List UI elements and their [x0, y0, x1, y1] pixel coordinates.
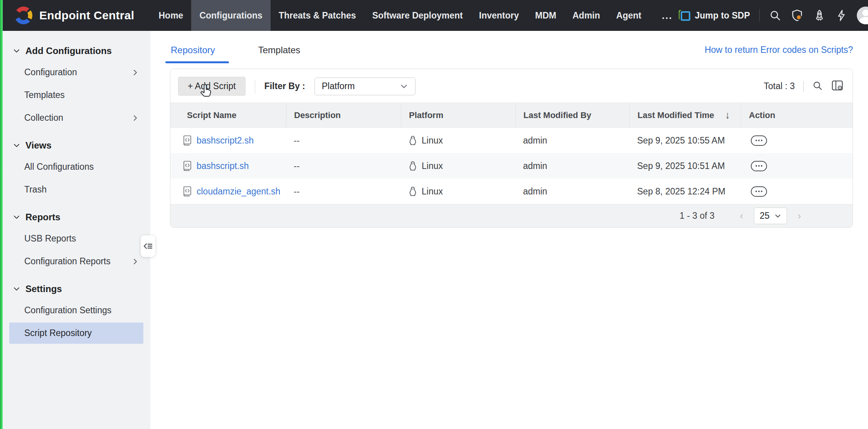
column-header-action: Action [741, 103, 853, 127]
platform-cell: Linux [401, 161, 515, 171]
avatar[interactable] [857, 7, 868, 24]
table-row: cloudamzie_agent.sh -- Linux admin Sep 8… [170, 179, 853, 204]
tabs-row: Repository Templates How to return Error… [150, 31, 868, 63]
tab-templates[interactable]: Templates [257, 43, 301, 63]
action-cell [741, 135, 853, 146]
chevron-down-icon [13, 47, 20, 55]
nav-item-agent[interactable]: Agent [608, 0, 649, 31]
description-cell: -- [286, 161, 401, 171]
pagination-next-icon[interactable]: › [796, 210, 802, 221]
sidebar-section-add-configurations: Add Configurations Configuration Templat… [3, 41, 150, 128]
sidebar-item-script-repository[interactable]: Script Repository [9, 323, 143, 344]
platform-cell: Linux [401, 135, 515, 146]
error-codes-help-link[interactable]: How to return Error codes on Scripts? [705, 43, 853, 55]
sidebar-section-title: Views [25, 140, 52, 151]
column-header-last-modified-time[interactable]: Last Modified Time ↓ [629, 103, 741, 127]
script-repository-panel: + Add Script Filter By : Platform Total … [170, 69, 853, 228]
top-navbar: Endpoint Central Home Configurations Thr… [0, 0, 868, 31]
sidebar-section-header[interactable]: Reports [3, 207, 150, 226]
platform-filter-value: Platform [322, 81, 355, 91]
sidebar-item-trash[interactable]: Trash [9, 179, 143, 200]
add-script-button[interactable]: + Add Script [178, 77, 246, 96]
last-modified-by-cell: admin [515, 135, 629, 146]
script-file-icon [183, 135, 192, 146]
nav-item-configurations[interactable]: Configurations [191, 0, 271, 31]
chevron-down-icon [13, 285, 20, 293]
nav-item-software-deployment[interactable]: Software Deployment [364, 0, 471, 31]
script-name-link[interactable]: bashscript2.sh [197, 135, 254, 146]
last-modified-by-cell: admin [515, 186, 629, 197]
magnifier-icon[interactable] [812, 80, 823, 93]
chevron-down-icon [13, 213, 20, 221]
script-file-icon [183, 186, 192, 197]
column-header-platform[interactable]: Platform [401, 103, 515, 127]
toolbar-right: Total : 3 [764, 80, 843, 93]
sidebar-item-label: Script Repository [24, 328, 92, 338]
nav-item-mdm[interactable]: MDM [527, 0, 564, 31]
column-header-description[interactable]: Description [286, 103, 401, 127]
tab-repository[interactable]: Repository [170, 43, 216, 63]
sidebar-item-all-configurations[interactable]: All Configurations [9, 156, 143, 177]
nav-item-home[interactable]: Home [150, 0, 191, 31]
nav-item-admin[interactable]: Admin [564, 0, 608, 31]
sidebar-section-header[interactable]: Views [3, 135, 150, 155]
row-actions-icon[interactable] [751, 135, 767, 146]
nav-item-inventory[interactable]: Inventory [471, 0, 527, 31]
brand[interactable]: Endpoint Central [0, 0, 150, 31]
chevron-down-icon [774, 213, 781, 220]
rocket-icon[interactable] [813, 9, 826, 22]
collapse-sidebar-icon[interactable] [141, 235, 155, 257]
sidebar-item-templates[interactable]: Templates [9, 84, 143, 106]
sidebar-item-configuration-reports[interactable]: Configuration Reports [9, 251, 143, 272]
nav-item-threats-patches[interactable]: Threats & Patches [271, 0, 364, 31]
chevron-down-icon [400, 82, 408, 91]
sidebar-item-label: All Configurations [24, 162, 94, 172]
search-icon[interactable] [769, 9, 781, 22]
column-header-label: Last Modified Time [638, 110, 714, 120]
sidebar-item-configuration-settings[interactable]: Configuration Settings [9, 300, 143, 321]
main-content: Repository Templates How to return Error… [150, 31, 868, 429]
sidebar-item-label: Trash [24, 184, 47, 195]
page-size-dropdown[interactable]: 25 [754, 208, 787, 224]
sidebar-section-header[interactable]: Settings [3, 279, 150, 298]
toolbar: + Add Script Filter By : Platform Total … [170, 69, 853, 103]
sidebar-item-label: Configuration Reports [24, 256, 111, 267]
filter-by-label: Filter By : [264, 81, 305, 91]
platform-label: Linux [422, 135, 443, 146]
sidebar-section-title: Add Configurations [25, 46, 112, 56]
platform-label: Linux [422, 186, 443, 197]
script-name-cell: cloudamzie_agent.sh [170, 186, 286, 197]
script-name-link[interactable]: bashscript.sh [197, 161, 249, 171]
platform-cell: Linux [401, 186, 515, 197]
sidebar-item-usb-reports[interactable]: USB Reports [9, 228, 143, 249]
action-cell [741, 186, 853, 197]
platform-label: Linux [422, 161, 443, 171]
script-name-cell: bashscript.sh [170, 160, 286, 171]
linux-penguin-icon [409, 135, 417, 146]
table-header: Script Name Description Platform Last Mo… [170, 103, 853, 128]
sidebar-item-label: USB Reports [24, 233, 76, 244]
endpoint-central-window: Endpoint Central Home Configurations Thr… [0, 0, 868, 429]
platform-filter-dropdown[interactable]: Platform [315, 78, 415, 95]
sidebar-section-reports: Reports USB Reports Configuration Report… [3, 207, 150, 272]
last-modified-time-cell: Sep 8, 2025 12:24 PM [629, 186, 741, 197]
column-chooser-icon[interactable] [831, 80, 843, 93]
sidebar-section-header[interactable]: Add Configurations [3, 41, 150, 60]
sidebar-item-collection[interactable]: Collection [9, 107, 143, 128]
pagination-prev-icon[interactable]: ‹ [738, 210, 745, 221]
sidebar-item-configuration[interactable]: Configuration [9, 62, 143, 83]
sort-desc-icon[interactable]: ↓ [725, 109, 735, 121]
script-name-link[interactable]: cloudamzie_agent.sh [197, 186, 280, 197]
nav-more-icon[interactable]: ... [656, 0, 679, 31]
column-header-script-name[interactable]: Script Name [170, 103, 286, 127]
last-modified-time-cell: Sep 9, 2025 10:51 AM [629, 161, 741, 171]
row-actions-icon[interactable] [751, 186, 767, 197]
row-actions-icon[interactable] [751, 161, 767, 171]
shield-notifications-icon[interactable] [791, 9, 804, 22]
script-name-cell: bashscript2.sh [170, 135, 286, 146]
nav-items: Home Configurations Threats & Patches So… [150, 0, 678, 31]
jump-to-sdp-button[interactable]: Jump to SDP [679, 10, 750, 21]
linux-penguin-icon [409, 186, 417, 197]
column-header-last-modified-by[interactable]: Last Modified By [515, 103, 629, 127]
flash-icon[interactable] [835, 9, 848, 22]
